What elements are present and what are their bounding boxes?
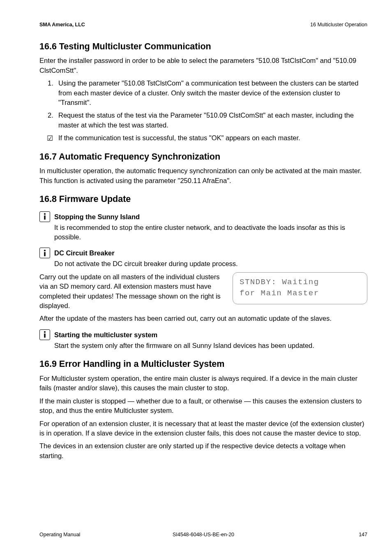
section-16-9-p3: For operation of an extension cluster, i… xyxy=(39,419,367,438)
info-body: It is recommended to stop the entire clu… xyxy=(39,223,367,242)
section-16-9-p4: The devices in an extension cluster are … xyxy=(39,441,367,461)
footer-center: SI4548-6048-US-BE-en-20 xyxy=(173,531,234,539)
step-2-number: 2. xyxy=(48,111,53,120)
header-company: SMA America, LLC xyxy=(39,21,85,29)
update-instruction-row: Carry out the update on all masters of t… xyxy=(39,272,367,311)
section-16-6-intro: Enter the installer password in order to… xyxy=(39,56,367,75)
update-instruction-text: Carry out the update on all masters of t… xyxy=(39,272,225,311)
info-stopping-sunny-island: Stopping the Sunny Island xyxy=(39,211,367,222)
result-item: ☑ If the communication test is successfu… xyxy=(39,133,367,143)
result-text: If the communication test is successful,… xyxy=(58,134,300,141)
step-1-number: 1. xyxy=(48,79,53,88)
info-icon xyxy=(39,248,50,258)
svg-rect-1 xyxy=(44,215,45,220)
step-2: 2. Request the status of the test via th… xyxy=(49,111,367,130)
lcd-line-2: for Main Master xyxy=(240,288,360,299)
footer-left: Operating Manual xyxy=(39,531,80,539)
page-footer: Operating Manual SI4548-6048-US-BE-en-20… xyxy=(39,531,367,539)
svg-rect-3 xyxy=(44,252,45,256)
checkbox-icon: ☑ xyxy=(47,134,53,144)
update-text-span: Carry out the update on all masters of t… xyxy=(39,273,221,309)
step-2-text: Request the status of the test via the P… xyxy=(58,111,354,128)
svg-point-0 xyxy=(44,213,46,215)
section-16-7-body: In multicluster operation, the automatic… xyxy=(39,166,367,185)
section-16-6-heading: 16.6 Testing Multicluster Communication xyxy=(39,40,367,53)
footer-page-number: 147 xyxy=(359,531,367,539)
section-16-9-heading: 16.9 Error Handling in a Multicluster Sy… xyxy=(39,358,367,371)
document-page: SMA America, LLC 16 Multicluster Operati… xyxy=(0,0,392,556)
section-16-9-p2: If the main cluster is stopped — whether… xyxy=(39,396,367,416)
svg-rect-5 xyxy=(44,334,45,338)
info-title: DC Circuit Breaker xyxy=(54,248,115,258)
info-icon xyxy=(39,211,50,222)
header-section-title: 16 Multicluster Operation xyxy=(310,21,367,29)
svg-point-4 xyxy=(44,331,46,333)
info-body: Do not activate the DC circuit breaker d… xyxy=(39,259,367,269)
section-16-7-heading: 16.7 Automatic Frequency Synchronization xyxy=(39,151,367,163)
page-header: SMA America, LLC 16 Multicluster Operati… xyxy=(39,21,367,29)
step-1: 1. Using the parameter "510.08 TstClstCo… xyxy=(49,79,367,107)
info-body: Start the system only after the firmware… xyxy=(39,341,367,350)
section-16-9-p1: For Multicluster system operation, the e… xyxy=(39,374,367,393)
info-icon xyxy=(39,329,50,340)
info-starting-multicluster: Starting the multicluster system xyxy=(39,329,367,340)
info-title: Starting the multicluster system xyxy=(54,329,157,340)
section-16-8-heading: 16.8 Firmware Update xyxy=(39,193,367,206)
after-update-text: After the update of the masters has been… xyxy=(39,314,367,323)
step-1-text: Using the parameter "510.08 TstClstCom" … xyxy=(58,79,358,106)
info-title: Stopping the Sunny Island xyxy=(54,211,140,222)
svg-point-2 xyxy=(44,250,46,251)
info-dc-circuit-breaker: DC Circuit Breaker xyxy=(39,248,367,258)
lcd-display: STNDBY: Waiting for Main Master xyxy=(233,272,367,304)
lcd-line-1: STNDBY: Waiting xyxy=(240,277,360,288)
section-16-6-steps: 1. Using the parameter "510.08 TstClstCo… xyxy=(39,79,367,130)
